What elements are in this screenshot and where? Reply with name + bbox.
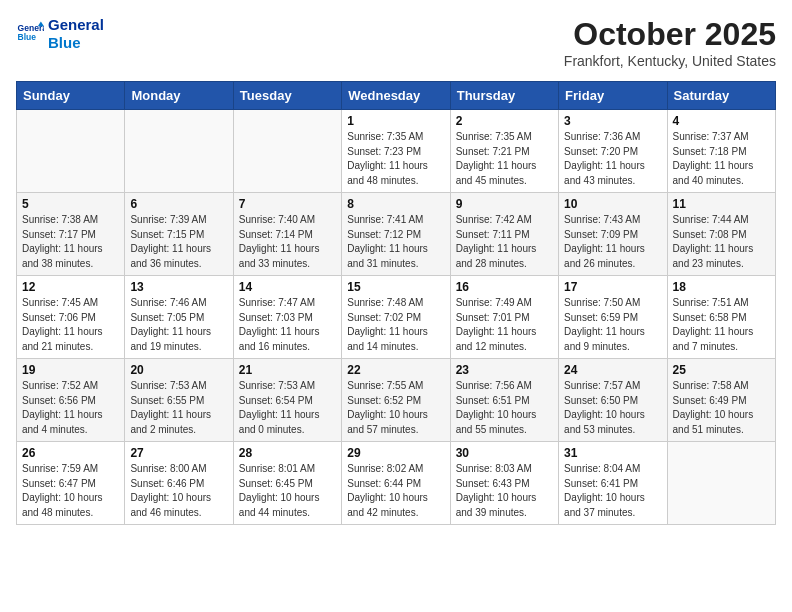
day-number: 19	[22, 363, 119, 377]
day-number: 14	[239, 280, 336, 294]
day-number: 4	[673, 114, 770, 128]
day-number: 3	[564, 114, 661, 128]
logo: General Blue General Blue	[16, 16, 104, 52]
day-number: 21	[239, 363, 336, 377]
calendar-cell: 5Sunrise: 7:38 AM Sunset: 7:17 PM Daylig…	[17, 193, 125, 276]
day-info: Sunrise: 8:02 AM Sunset: 6:44 PM Dayligh…	[347, 462, 444, 520]
calendar-cell: 22Sunrise: 7:55 AM Sunset: 6:52 PM Dayli…	[342, 359, 450, 442]
day-info: Sunrise: 7:36 AM Sunset: 7:20 PM Dayligh…	[564, 130, 661, 188]
calendar-cell	[125, 110, 233, 193]
day-info: Sunrise: 7:40 AM Sunset: 7:14 PM Dayligh…	[239, 213, 336, 271]
day-info: Sunrise: 7:56 AM Sunset: 6:51 PM Dayligh…	[456, 379, 553, 437]
calendar-cell	[667, 442, 775, 525]
days-of-week-row: SundayMondayTuesdayWednesdayThursdayFrid…	[17, 82, 776, 110]
week-row-1: 1Sunrise: 7:35 AM Sunset: 7:23 PM Daylig…	[17, 110, 776, 193]
day-info: Sunrise: 7:38 AM Sunset: 7:17 PM Dayligh…	[22, 213, 119, 271]
day-number: 25	[673, 363, 770, 377]
day-number: 28	[239, 446, 336, 460]
day-number: 18	[673, 280, 770, 294]
calendar-cell: 11Sunrise: 7:44 AM Sunset: 7:08 PM Dayli…	[667, 193, 775, 276]
day-number: 6	[130, 197, 227, 211]
calendar-cell: 15Sunrise: 7:48 AM Sunset: 7:02 PM Dayli…	[342, 276, 450, 359]
dow-header-sunday: Sunday	[17, 82, 125, 110]
day-number: 12	[22, 280, 119, 294]
day-number: 23	[456, 363, 553, 377]
day-info: Sunrise: 8:03 AM Sunset: 6:43 PM Dayligh…	[456, 462, 553, 520]
day-info: Sunrise: 7:52 AM Sunset: 6:56 PM Dayligh…	[22, 379, 119, 437]
day-info: Sunrise: 7:53 AM Sunset: 6:55 PM Dayligh…	[130, 379, 227, 437]
week-row-2: 5Sunrise: 7:38 AM Sunset: 7:17 PM Daylig…	[17, 193, 776, 276]
dow-header-saturday: Saturday	[667, 82, 775, 110]
week-row-4: 19Sunrise: 7:52 AM Sunset: 6:56 PM Dayli…	[17, 359, 776, 442]
day-number: 20	[130, 363, 227, 377]
day-info: Sunrise: 7:58 AM Sunset: 6:49 PM Dayligh…	[673, 379, 770, 437]
day-number: 29	[347, 446, 444, 460]
calendar-cell: 25Sunrise: 7:58 AM Sunset: 6:49 PM Dayli…	[667, 359, 775, 442]
calendar-cell: 6Sunrise: 7:39 AM Sunset: 7:15 PM Daylig…	[125, 193, 233, 276]
logo-icon: General Blue	[16, 20, 44, 48]
day-info: Sunrise: 7:43 AM Sunset: 7:09 PM Dayligh…	[564, 213, 661, 271]
day-number: 24	[564, 363, 661, 377]
calendar-table: SundayMondayTuesdayWednesdayThursdayFrid…	[16, 81, 776, 525]
calendar-cell: 4Sunrise: 7:37 AM Sunset: 7:18 PM Daylig…	[667, 110, 775, 193]
day-number: 5	[22, 197, 119, 211]
day-info: Sunrise: 7:45 AM Sunset: 7:06 PM Dayligh…	[22, 296, 119, 354]
calendar-cell: 26Sunrise: 7:59 AM Sunset: 6:47 PM Dayli…	[17, 442, 125, 525]
calendar-cell	[233, 110, 341, 193]
calendar-cell: 18Sunrise: 7:51 AM Sunset: 6:58 PM Dayli…	[667, 276, 775, 359]
calendar-cell: 7Sunrise: 7:40 AM Sunset: 7:14 PM Daylig…	[233, 193, 341, 276]
calendar-cell: 30Sunrise: 8:03 AM Sunset: 6:43 PM Dayli…	[450, 442, 558, 525]
day-info: Sunrise: 7:53 AM Sunset: 6:54 PM Dayligh…	[239, 379, 336, 437]
day-info: Sunrise: 7:49 AM Sunset: 7:01 PM Dayligh…	[456, 296, 553, 354]
calendar-title: October 2025	[564, 16, 776, 53]
day-number: 1	[347, 114, 444, 128]
day-number: 9	[456, 197, 553, 211]
day-info: Sunrise: 7:35 AM Sunset: 7:23 PM Dayligh…	[347, 130, 444, 188]
title-area: October 2025 Frankfort, Kentucky, United…	[564, 16, 776, 69]
calendar-cell: 17Sunrise: 7:50 AM Sunset: 6:59 PM Dayli…	[559, 276, 667, 359]
day-info: Sunrise: 7:46 AM Sunset: 7:05 PM Dayligh…	[130, 296, 227, 354]
calendar-cell: 24Sunrise: 7:57 AM Sunset: 6:50 PM Dayli…	[559, 359, 667, 442]
day-number: 17	[564, 280, 661, 294]
day-number: 22	[347, 363, 444, 377]
dow-header-monday: Monday	[125, 82, 233, 110]
day-info: Sunrise: 7:50 AM Sunset: 6:59 PM Dayligh…	[564, 296, 661, 354]
calendar-cell: 19Sunrise: 7:52 AM Sunset: 6:56 PM Dayli…	[17, 359, 125, 442]
day-info: Sunrise: 7:42 AM Sunset: 7:11 PM Dayligh…	[456, 213, 553, 271]
logo-text-blue: Blue	[48, 34, 104, 52]
day-number: 15	[347, 280, 444, 294]
day-number: 11	[673, 197, 770, 211]
calendar-cell: 21Sunrise: 7:53 AM Sunset: 6:54 PM Dayli…	[233, 359, 341, 442]
week-row-5: 26Sunrise: 7:59 AM Sunset: 6:47 PM Dayli…	[17, 442, 776, 525]
calendar-cell: 8Sunrise: 7:41 AM Sunset: 7:12 PM Daylig…	[342, 193, 450, 276]
day-number: 2	[456, 114, 553, 128]
day-number: 13	[130, 280, 227, 294]
day-info: Sunrise: 8:01 AM Sunset: 6:45 PM Dayligh…	[239, 462, 336, 520]
day-info: Sunrise: 7:35 AM Sunset: 7:21 PM Dayligh…	[456, 130, 553, 188]
day-info: Sunrise: 7:37 AM Sunset: 7:18 PM Dayligh…	[673, 130, 770, 188]
day-info: Sunrise: 8:04 AM Sunset: 6:41 PM Dayligh…	[564, 462, 661, 520]
week-row-3: 12Sunrise: 7:45 AM Sunset: 7:06 PM Dayli…	[17, 276, 776, 359]
svg-text:Blue: Blue	[18, 32, 37, 42]
calendar-cell: 9Sunrise: 7:42 AM Sunset: 7:11 PM Daylig…	[450, 193, 558, 276]
day-info: Sunrise: 7:44 AM Sunset: 7:08 PM Dayligh…	[673, 213, 770, 271]
dow-header-tuesday: Tuesday	[233, 82, 341, 110]
day-number: 8	[347, 197, 444, 211]
dow-header-thursday: Thursday	[450, 82, 558, 110]
day-info: Sunrise: 7:48 AM Sunset: 7:02 PM Dayligh…	[347, 296, 444, 354]
dow-header-friday: Friday	[559, 82, 667, 110]
day-info: Sunrise: 7:57 AM Sunset: 6:50 PM Dayligh…	[564, 379, 661, 437]
calendar-cell: 1Sunrise: 7:35 AM Sunset: 7:23 PM Daylig…	[342, 110, 450, 193]
day-info: Sunrise: 7:47 AM Sunset: 7:03 PM Dayligh…	[239, 296, 336, 354]
day-number: 30	[456, 446, 553, 460]
calendar-cell: 31Sunrise: 8:04 AM Sunset: 6:41 PM Dayli…	[559, 442, 667, 525]
day-info: Sunrise: 7:55 AM Sunset: 6:52 PM Dayligh…	[347, 379, 444, 437]
day-info: Sunrise: 7:51 AM Sunset: 6:58 PM Dayligh…	[673, 296, 770, 354]
day-number: 27	[130, 446, 227, 460]
calendar-cell: 27Sunrise: 8:00 AM Sunset: 6:46 PM Dayli…	[125, 442, 233, 525]
day-number: 26	[22, 446, 119, 460]
day-number: 16	[456, 280, 553, 294]
calendar-cell: 10Sunrise: 7:43 AM Sunset: 7:09 PM Dayli…	[559, 193, 667, 276]
calendar-cell: 29Sunrise: 8:02 AM Sunset: 6:44 PM Dayli…	[342, 442, 450, 525]
day-number: 10	[564, 197, 661, 211]
